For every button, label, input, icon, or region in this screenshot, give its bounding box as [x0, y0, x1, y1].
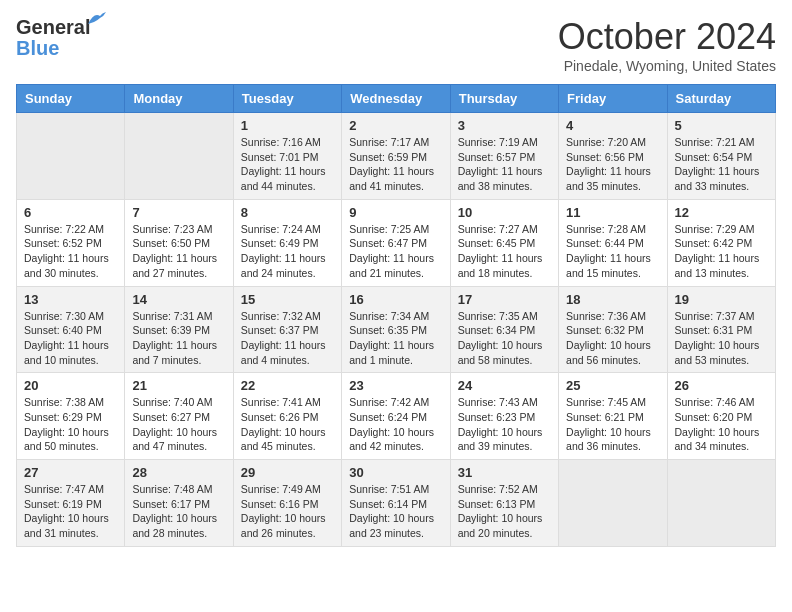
logo-general: General [16, 16, 90, 38]
weekday-header-saturday: Saturday [667, 85, 775, 113]
calendar-day-cell: 21Sunrise: 7:40 AM Sunset: 6:27 PM Dayli… [125, 373, 233, 460]
logo: General Blue [16, 16, 90, 60]
calendar-day-cell: 7Sunrise: 7:23 AM Sunset: 6:50 PM Daylig… [125, 199, 233, 286]
day-info: Sunrise: 7:17 AM Sunset: 6:59 PM Dayligh… [349, 135, 442, 194]
calendar-day-cell [125, 113, 233, 200]
weekday-header-thursday: Thursday [450, 85, 558, 113]
calendar-day-cell: 9Sunrise: 7:25 AM Sunset: 6:47 PM Daylig… [342, 199, 450, 286]
day-info: Sunrise: 7:45 AM Sunset: 6:21 PM Dayligh… [566, 395, 659, 454]
calendar-day-cell: 17Sunrise: 7:35 AM Sunset: 6:34 PM Dayli… [450, 286, 558, 373]
day-info: Sunrise: 7:47 AM Sunset: 6:19 PM Dayligh… [24, 482, 117, 541]
logo-bird-icon [86, 10, 108, 28]
day-number: 28 [132, 465, 225, 480]
calendar-day-cell: 18Sunrise: 7:36 AM Sunset: 6:32 PM Dayli… [559, 286, 667, 373]
day-number: 4 [566, 118, 659, 133]
calendar-day-cell: 20Sunrise: 7:38 AM Sunset: 6:29 PM Dayli… [17, 373, 125, 460]
day-number: 15 [241, 292, 334, 307]
title-block: October 2024 Pinedale, Wyoming, United S… [558, 16, 776, 74]
day-number: 23 [349, 378, 442, 393]
day-number: 13 [24, 292, 117, 307]
day-info: Sunrise: 7:21 AM Sunset: 6:54 PM Dayligh… [675, 135, 768, 194]
calendar-day-cell: 16Sunrise: 7:34 AM Sunset: 6:35 PM Dayli… [342, 286, 450, 373]
day-number: 17 [458, 292, 551, 307]
calendar-day-cell: 3Sunrise: 7:19 AM Sunset: 6:57 PM Daylig… [450, 113, 558, 200]
day-info: Sunrise: 7:51 AM Sunset: 6:14 PM Dayligh… [349, 482, 442, 541]
day-info: Sunrise: 7:19 AM Sunset: 6:57 PM Dayligh… [458, 135, 551, 194]
day-number: 30 [349, 465, 442, 480]
day-info: Sunrise: 7:32 AM Sunset: 6:37 PM Dayligh… [241, 309, 334, 368]
day-info: Sunrise: 7:29 AM Sunset: 6:42 PM Dayligh… [675, 222, 768, 281]
calendar-day-cell: 1Sunrise: 7:16 AM Sunset: 7:01 PM Daylig… [233, 113, 341, 200]
calendar-day-cell: 23Sunrise: 7:42 AM Sunset: 6:24 PM Dayli… [342, 373, 450, 460]
day-number: 25 [566, 378, 659, 393]
day-number: 14 [132, 292, 225, 307]
day-info: Sunrise: 7:42 AM Sunset: 6:24 PM Dayligh… [349, 395, 442, 454]
calendar-day-cell: 2Sunrise: 7:17 AM Sunset: 6:59 PM Daylig… [342, 113, 450, 200]
calendar-day-cell [559, 460, 667, 547]
weekday-header-sunday: Sunday [17, 85, 125, 113]
weekday-header-monday: Monday [125, 85, 233, 113]
weekday-header-friday: Friday [559, 85, 667, 113]
calendar-header-row: SundayMondayTuesdayWednesdayThursdayFrid… [17, 85, 776, 113]
day-info: Sunrise: 7:43 AM Sunset: 6:23 PM Dayligh… [458, 395, 551, 454]
calendar-day-cell: 25Sunrise: 7:45 AM Sunset: 6:21 PM Dayli… [559, 373, 667, 460]
calendar-day-cell: 11Sunrise: 7:28 AM Sunset: 6:44 PM Dayli… [559, 199, 667, 286]
day-number: 5 [675, 118, 768, 133]
calendar-day-cell: 26Sunrise: 7:46 AM Sunset: 6:20 PM Dayli… [667, 373, 775, 460]
day-number: 2 [349, 118, 442, 133]
calendar-table: SundayMondayTuesdayWednesdayThursdayFrid… [16, 84, 776, 547]
calendar-week-row: 20Sunrise: 7:38 AM Sunset: 6:29 PM Dayli… [17, 373, 776, 460]
day-info: Sunrise: 7:38 AM Sunset: 6:29 PM Dayligh… [24, 395, 117, 454]
day-info: Sunrise: 7:31 AM Sunset: 6:39 PM Dayligh… [132, 309, 225, 368]
day-number: 6 [24, 205, 117, 220]
calendar-day-cell: 27Sunrise: 7:47 AM Sunset: 6:19 PM Dayli… [17, 460, 125, 547]
day-info: Sunrise: 7:22 AM Sunset: 6:52 PM Dayligh… [24, 222, 117, 281]
day-info: Sunrise: 7:25 AM Sunset: 6:47 PM Dayligh… [349, 222, 442, 281]
day-info: Sunrise: 7:41 AM Sunset: 6:26 PM Dayligh… [241, 395, 334, 454]
day-number: 1 [241, 118, 334, 133]
day-number: 8 [241, 205, 334, 220]
day-info: Sunrise: 7:52 AM Sunset: 6:13 PM Dayligh… [458, 482, 551, 541]
day-number: 26 [675, 378, 768, 393]
logo-blue: Blue [16, 37, 59, 60]
calendar-day-cell: 14Sunrise: 7:31 AM Sunset: 6:39 PM Dayli… [125, 286, 233, 373]
day-number: 27 [24, 465, 117, 480]
day-info: Sunrise: 7:40 AM Sunset: 6:27 PM Dayligh… [132, 395, 225, 454]
calendar-week-row: 13Sunrise: 7:30 AM Sunset: 6:40 PM Dayli… [17, 286, 776, 373]
day-number: 18 [566, 292, 659, 307]
month-title: October 2024 [558, 16, 776, 58]
day-info: Sunrise: 7:36 AM Sunset: 6:32 PM Dayligh… [566, 309, 659, 368]
day-info: Sunrise: 7:49 AM Sunset: 6:16 PM Dayligh… [241, 482, 334, 541]
page-header: General Blue October 2024 Pinedale, Wyom… [16, 16, 776, 74]
day-number: 24 [458, 378, 551, 393]
day-number: 16 [349, 292, 442, 307]
day-number: 9 [349, 205, 442, 220]
day-info: Sunrise: 7:23 AM Sunset: 6:50 PM Dayligh… [132, 222, 225, 281]
day-info: Sunrise: 7:28 AM Sunset: 6:44 PM Dayligh… [566, 222, 659, 281]
day-info: Sunrise: 7:20 AM Sunset: 6:56 PM Dayligh… [566, 135, 659, 194]
calendar-day-cell: 6Sunrise: 7:22 AM Sunset: 6:52 PM Daylig… [17, 199, 125, 286]
day-info: Sunrise: 7:35 AM Sunset: 6:34 PM Dayligh… [458, 309, 551, 368]
day-number: 3 [458, 118, 551, 133]
calendar-day-cell [667, 460, 775, 547]
calendar-week-row: 6Sunrise: 7:22 AM Sunset: 6:52 PM Daylig… [17, 199, 776, 286]
day-info: Sunrise: 7:34 AM Sunset: 6:35 PM Dayligh… [349, 309, 442, 368]
day-number: 10 [458, 205, 551, 220]
calendar-day-cell: 10Sunrise: 7:27 AM Sunset: 6:45 PM Dayli… [450, 199, 558, 286]
day-info: Sunrise: 7:48 AM Sunset: 6:17 PM Dayligh… [132, 482, 225, 541]
calendar-day-cell: 5Sunrise: 7:21 AM Sunset: 6:54 PM Daylig… [667, 113, 775, 200]
day-number: 11 [566, 205, 659, 220]
calendar-day-cell: 24Sunrise: 7:43 AM Sunset: 6:23 PM Dayli… [450, 373, 558, 460]
day-number: 7 [132, 205, 225, 220]
calendar-day-cell: 8Sunrise: 7:24 AM Sunset: 6:49 PM Daylig… [233, 199, 341, 286]
day-info: Sunrise: 7:46 AM Sunset: 6:20 PM Dayligh… [675, 395, 768, 454]
location-subtitle: Pinedale, Wyoming, United States [558, 58, 776, 74]
calendar-day-cell: 4Sunrise: 7:20 AM Sunset: 6:56 PM Daylig… [559, 113, 667, 200]
weekday-header-tuesday: Tuesday [233, 85, 341, 113]
calendar-week-row: 1Sunrise: 7:16 AM Sunset: 7:01 PM Daylig… [17, 113, 776, 200]
day-number: 29 [241, 465, 334, 480]
calendar-day-cell: 29Sunrise: 7:49 AM Sunset: 6:16 PM Dayli… [233, 460, 341, 547]
day-info: Sunrise: 7:37 AM Sunset: 6:31 PM Dayligh… [675, 309, 768, 368]
calendar-day-cell: 22Sunrise: 7:41 AM Sunset: 6:26 PM Dayli… [233, 373, 341, 460]
day-info: Sunrise: 7:16 AM Sunset: 7:01 PM Dayligh… [241, 135, 334, 194]
